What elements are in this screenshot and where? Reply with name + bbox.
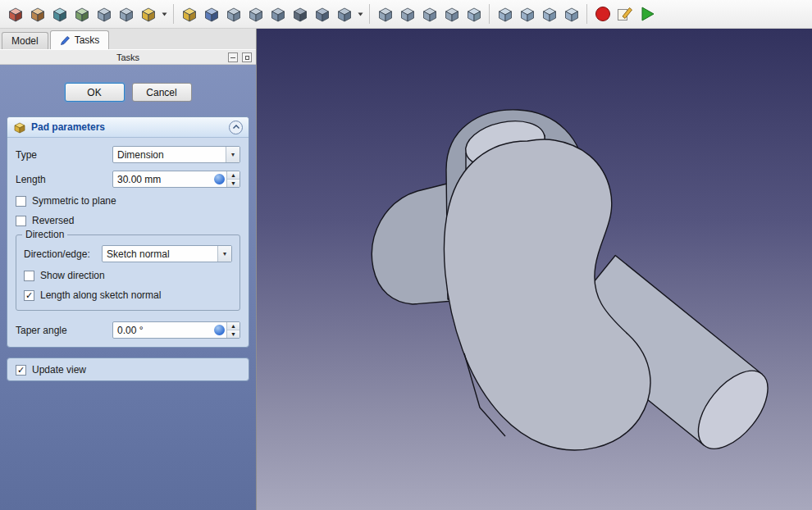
chevron-down-icon: ▾ [226,147,239,162]
spin-up-icon[interactable]: ▲ [227,322,239,330]
direction-edge-select[interactable]: Sketch normal ▾ [102,245,232,262]
symmetric-checkbox[interactable] [16,196,26,207]
spin-down-icon[interactable]: ▼ [227,180,239,187]
map-sketch-icon[interactable] [48,3,71,25]
show-direction-checkbox[interactable] [24,271,34,281]
pad-parameters-section: Pad parameters Type Dimension ▾ [7,116,249,348]
pen-icon [60,35,71,46]
create-datum-line-icon[interactable] [93,3,115,25]
tab-tasks-label: Tasks [75,34,100,46]
direction-group: Direction Direction/edge: Sketch normal … [16,235,240,311]
spin-up-icon[interactable]: ▲ [227,171,239,180]
3d-viewport[interactable] [257,29,812,510]
expression-icon[interactable] [214,174,225,184]
pad-icon [13,121,26,134]
subtractive-loft-icon[interactable] [333,3,355,25]
pad-icon[interactable] [178,3,200,25]
toolbar-separator [369,4,370,24]
create-sketch-icon[interactable] [4,3,26,25]
panel-title: Tasks [116,52,139,62]
reversed-row[interactable]: Reversed [16,215,240,226]
type-label: Type [16,149,112,161]
tab-model-label: Model [11,35,39,47]
taper-angle-label: Taper angle [16,325,112,336]
reversed-checkbox[interactable] [16,216,26,226]
pad-parameters-header[interactable]: Pad parameters [7,117,249,138]
toolbar-separator [173,4,174,24]
record-macro-icon[interactable] [591,3,614,25]
expression-icon[interactable] [214,325,225,335]
dialog-buttons: OK Cancel [7,83,249,102]
pocket-icon[interactable] [267,3,289,25]
polar-pattern-icon[interactable] [538,3,560,25]
cancel-button[interactable]: Cancel [132,83,192,102]
show-direction-label: Show direction [40,270,105,281]
length-spinbox: ▲ ▼ [112,171,240,188]
body-menu-icon[interactable] [159,3,169,25]
create-body-icon[interactable] [137,3,159,25]
update-view-label: Update view [32,364,86,376]
tab-tasks[interactable]: Tasks [50,30,110,49]
type-select[interactable]: Dimension ▾ [112,146,240,163]
fillet-icon[interactable] [374,3,396,25]
multitransform-icon[interactable] [560,3,582,25]
toolbar-separator [489,4,490,24]
float-icon [245,56,249,60]
groove-icon[interactable] [311,3,333,25]
type-select-value: Dimension [113,149,226,161]
tab-model[interactable]: Model [2,32,48,49]
chevron-up-icon [232,124,240,130]
chamfer-icon[interactable] [396,3,418,25]
length-along-row[interactable]: Length along sketch normal [24,289,232,301]
mirrored-icon[interactable] [494,3,516,25]
taper-spin-buttons: ▲ ▼ [226,322,239,338]
subtractive-menu-icon[interactable] [355,3,365,25]
edit-macro-icon[interactable] [614,3,636,25]
length-along-label: Length along sketch normal [40,289,161,301]
show-direction-row[interactable]: Show direction [24,270,232,281]
create-datum-plane-icon[interactable] [71,3,93,25]
ok-button[interactable]: OK [65,83,125,102]
collapse-section-button[interactable] [229,121,243,134]
crankshaft-model [257,29,812,510]
spin-down-icon[interactable]: ▼ [227,330,239,338]
update-view-checkbox[interactable] [16,365,26,376]
taper-spinbox: ▲ ▼ [112,321,240,339]
left-dock-panel: Model Tasks Tasks OK Cancel [0,29,257,510]
toolbar-separator [586,4,587,24]
edit-sketch-icon[interactable] [26,3,48,25]
revolution-icon[interactable] [200,3,222,25]
symmetric-label: Symmetric to plane [32,195,116,207]
section-title: Pad parameters [31,121,224,133]
additive-loft-icon[interactable] [222,3,244,25]
length-spin-buttons: ▲ ▼ [226,171,239,187]
thickness-icon[interactable] [440,3,463,25]
dock-panel-button[interactable] [228,52,238,62]
length-label: Length [16,174,112,185]
pad-parameters-body: Type Dimension ▾ Length ▲ [7,138,249,347]
create-datum-point-icon[interactable] [115,3,137,25]
update-view-box: Update view [7,357,249,381]
length-along-checkbox[interactable] [24,290,34,301]
direction-edge-label: Direction/edge: [24,248,102,260]
boolean-icon[interactable] [463,3,485,25]
float-panel-button[interactable] [242,52,252,62]
hole-icon[interactable] [289,3,311,25]
dock-tab-bar: Model Tasks [0,29,256,49]
toolbar [0,0,812,29]
task-panel-content: OK Cancel Pad parameters [0,65,256,510]
execute-macro-icon[interactable] [636,3,658,25]
draft-icon[interactable] [418,3,440,25]
length-input[interactable] [113,174,214,185]
taper-input[interactable] [113,325,214,336]
update-view-row[interactable]: Update view [16,364,240,376]
direction-group-title: Direction [22,229,67,240]
chevron-down-icon: ▾ [217,246,231,262]
linear-pattern-icon[interactable] [516,3,538,25]
dock-icon [230,57,235,58]
symmetric-row[interactable]: Symmetric to plane [16,195,240,207]
reversed-label: Reversed [32,215,74,226]
additive-pipe-icon[interactable] [244,3,267,25]
panel-title-bar: Tasks [0,49,256,65]
direction-edge-value: Sketch normal [103,248,217,260]
